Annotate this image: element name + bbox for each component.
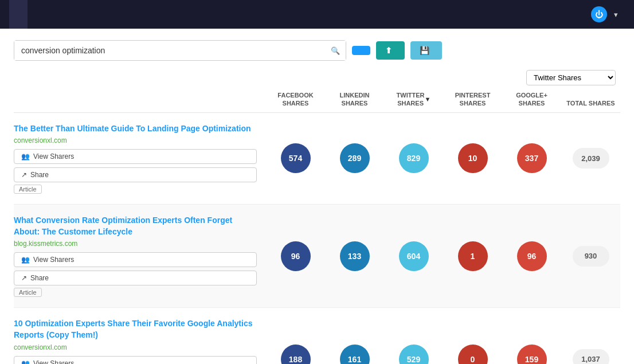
content-rows: The Better Than Ultimate Guide To Landin…: [14, 113, 620, 364]
account-chevron: ▾: [614, 10, 618, 19]
nav-influencers[interactable]: [28, 0, 46, 29]
table-row: What Conversion Rate Optimization Expert…: [14, 205, 620, 308]
col-linkedin: LINKEDINSHARES: [325, 91, 384, 108]
search-row: 🔍 ⬆ 💾: [14, 40, 620, 61]
users-icon: 👥: [21, 256, 30, 264]
pinterest-bubble-wrap: 10: [443, 143, 502, 173]
search-input-wrap: 🔍: [14, 40, 346, 61]
pinterest-bubble-wrap: 0: [443, 345, 502, 364]
article-info: What Conversion Rate Optimization Expert…: [14, 215, 266, 297]
account-button[interactable]: ⏻ ▾: [584, 0, 625, 29]
sort-row: Twitter Shares Facebook Shares LinkedIn …: [14, 70, 620, 85]
share-icon: ↗: [21, 274, 27, 282]
column-headers: FACEBOOKSHARES LINKEDINSHARES TWITTERSHA…: [14, 91, 620, 113]
nav-help[interactable]: [522, 0, 541, 29]
facebook-bubble-wrap: 574: [266, 143, 325, 173]
pinterest-bubble: 10: [458, 143, 488, 173]
article-tag: Article: [14, 185, 42, 194]
col-total: TOTAL SHARES: [561, 99, 620, 107]
facebook-bubble-wrap: 188: [266, 345, 325, 364]
table-row: 10 Optimization Experts Share Their Favo…: [14, 308, 620, 364]
twitter-bubble-wrap: 529: [384, 345, 443, 364]
linkedin-bubble: 133: [340, 241, 370, 271]
col-pinterest: PINTERESTSHARES: [443, 91, 502, 108]
article-info: The Better Than Ultimate Guide To Landin…: [14, 123, 266, 194]
nav-left: [9, 0, 46, 29]
total-bubble: 2,039: [573, 148, 609, 169]
action-buttons: 👥 View Sharers ↗ Share: [14, 149, 257, 182]
twitter-sort-arrow: ▼: [425, 95, 431, 103]
googleplus-bubble: 96: [517, 241, 547, 271]
googleplus-bubble: 159: [517, 345, 547, 364]
total-bubble-wrap: 2,039: [561, 148, 620, 169]
col-facebook: FACEBOOKSHARES: [266, 91, 325, 108]
linkedin-bubble: 161: [340, 345, 370, 364]
search-button[interactable]: [352, 46, 370, 55]
pinterest-bubble: 1: [458, 241, 488, 271]
googleplus-bubble-wrap: 337: [502, 143, 561, 173]
linkedin-bubble-wrap: 161: [325, 345, 384, 364]
main-content: 🔍 ⬆ 💾 Twitter Shares Facebook Shares Lin…: [0, 29, 634, 364]
save-icon: 💾: [420, 46, 429, 55]
share-button[interactable]: ↗ Share: [14, 167, 257, 182]
article-tag: Article: [14, 288, 42, 297]
view-sharers-button[interactable]: 👥 View Sharers: [14, 149, 257, 164]
article-domain: conversionxl.com: [14, 343, 257, 351]
article-title[interactable]: The Better Than Ultimate Guide To Landin…: [14, 124, 251, 133]
col-twitter[interactable]: TWITTERSHARES ▼: [384, 91, 443, 108]
share-button[interactable]: ↗ Share: [14, 271, 257, 285]
nav-right: ⏻ ▾: [522, 0, 625, 29]
googleplus-bubble-wrap: 159: [502, 345, 561, 364]
total-bubble-wrap: 930: [561, 246, 620, 267]
facebook-bubble-wrap: 96: [266, 241, 325, 271]
search-input[interactable]: [14, 41, 346, 60]
article-info: 10 Optimization Experts Share Their Favo…: [14, 318, 266, 364]
export-button[interactable]: ⬆: [376, 41, 405, 60]
twitter-bubble: 529: [399, 345, 429, 364]
total-bubble-wrap: 1,037: [561, 349, 620, 364]
pinterest-bubble-wrap: 1: [443, 241, 502, 271]
share-icon: ↗: [21, 171, 27, 179]
article-domain: blog.kissmetrics.com: [14, 240, 257, 248]
action-buttons: 👥 View Sharers ↗ Share: [14, 252, 257, 285]
nav-top-content[interactable]: [9, 0, 28, 29]
nav-blog[interactable]: [563, 0, 582, 29]
export-icon: ⬆: [385, 46, 392, 55]
total-bubble: 930: [573, 246, 609, 267]
linkedin-bubble-wrap: 289: [325, 143, 384, 173]
facebook-bubble: 96: [281, 241, 311, 271]
pinterest-bubble: 0: [458, 345, 488, 364]
search-icon: 🔍: [331, 46, 340, 55]
nav-email-us[interactable]: [543, 0, 561, 29]
view-sharers-button[interactable]: 👥 View Sharers: [14, 356, 257, 364]
table-row: The Better Than Ultimate Guide To Landin…: [14, 113, 620, 205]
view-sharers-button[interactable]: 👥 View Sharers: [14, 252, 257, 267]
twitter-bubble-wrap: 604: [384, 241, 443, 271]
googleplus-bubble-wrap: 96: [502, 241, 561, 271]
col-googleplus: GOOGLE+SHARES: [502, 91, 561, 108]
twitter-bubble-wrap: 829: [384, 143, 443, 173]
total-bubble: 1,037: [573, 349, 609, 364]
linkedin-bubble: 289: [340, 143, 370, 173]
twitter-bubble: 604: [399, 241, 429, 271]
googleplus-bubble: 337: [517, 143, 547, 173]
save-button[interactable]: 💾: [410, 41, 442, 60]
linkedin-bubble-wrap: 133: [325, 241, 384, 271]
account-icon: ⏻: [591, 6, 607, 22]
sort-select[interactable]: Twitter Shares Facebook Shares LinkedIn …: [526, 70, 616, 85]
article-domain: conversionxl.com: [14, 136, 257, 144]
article-title[interactable]: 10 Optimization Experts Share Their Favo…: [14, 319, 252, 339]
navbar: ⏻ ▾: [0, 0, 634, 29]
facebook-bubble: 574: [281, 143, 311, 173]
users-icon: 👥: [21, 152, 30, 161]
article-title[interactable]: What Conversion Rate Optimization Expert…: [14, 216, 232, 236]
facebook-bubble: 188: [281, 345, 311, 364]
twitter-bubble: 829: [399, 143, 429, 173]
users-icon: 👥: [21, 359, 30, 364]
action-buttons: 👥 View Sharers ↗ Share: [14, 356, 257, 364]
